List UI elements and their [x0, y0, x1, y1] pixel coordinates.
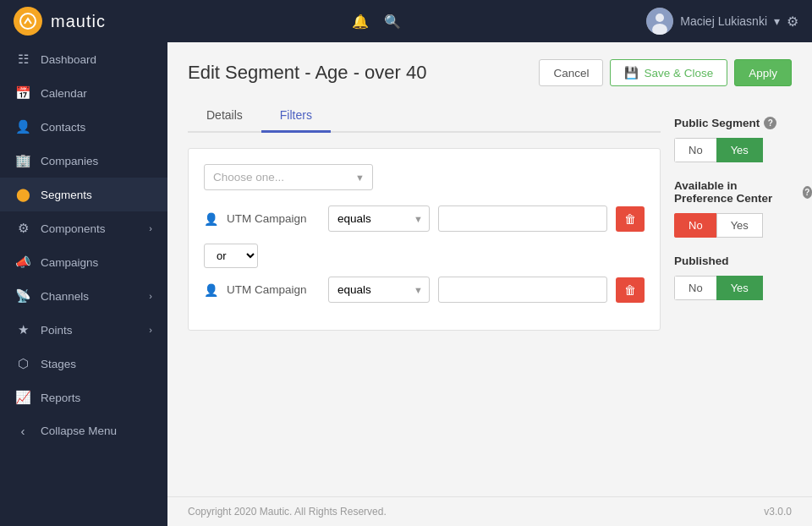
sidebar-label: Calendar [41, 87, 152, 100]
sidebar-label: Channels [41, 290, 139, 303]
choose-one-select[interactable]: Choose one... [204, 164, 373, 190]
svg-point-2 [656, 14, 664, 22]
connector-row: or and [204, 244, 645, 268]
avatar [646, 8, 673, 35]
top-icons: 🔔 🔍 [352, 14, 401, 30]
preference-center-no-button[interactable]: No [674, 213, 716, 238]
sidebar-item-components[interactable]: ⚙ Components › [0, 211, 167, 245]
main-content-row: Details Filters Choose one... [188, 100, 792, 334]
filter-operator-select-1[interactable]: equals not equal to like not like [328, 205, 430, 232]
companies-icon: 🏢 [15, 153, 30, 168]
sidebar-item-points[interactable]: ★ Points › [0, 313, 167, 347]
logo-icon [14, 7, 42, 36]
public-segment-yes-button[interactable]: Yes [716, 138, 763, 162]
sidebar-label: Campaigns [41, 256, 152, 269]
page-title: Edit Segment - Age - over 40 [188, 62, 427, 84]
sidebar-item-reports[interactable]: 📈 Reports [0, 381, 167, 414]
published-section: Published No Yes [674, 255, 812, 300]
logo-text: mautic [51, 12, 106, 31]
sidebar-label: Contacts [41, 121, 152, 134]
preference-center-section: Available in Preference Center ? No Yes [674, 179, 812, 238]
main-area: ☷ Dashboard 📅 Calendar 👤 Contacts 🏢 Comp… [0, 42, 812, 526]
version-text: v3.0.0 [764, 506, 792, 518]
published-no-button[interactable]: No [674, 276, 716, 300]
user-name: Maciej Lukiasnki [680, 14, 767, 28]
content-area: Edit Segment - Age - over 40 Cancel 💾 Sa… [167, 42, 812, 526]
tab-filters[interactable]: Filters [261, 100, 331, 133]
filter-operator-select-2[interactable]: equals not equal to like not like [328, 277, 430, 303]
sidebar-item-segments[interactable]: ⬤ Segments [0, 178, 167, 211]
filter-field-label-1: UTM Campaign [227, 212, 320, 225]
published-yes-button[interactable]: Yes [716, 276, 763, 300]
tab-details[interactable]: Details [188, 100, 261, 133]
sidebar-label: Components [41, 222, 139, 235]
sidebar-item-campaigns[interactable]: 📣 Campaigns [0, 245, 167, 279]
sidebar-label: Segments [41, 189, 152, 201]
header-actions: Cancel 💾 Save & Close Apply [539, 59, 792, 86]
preference-center-help-icon[interactable]: ? [803, 186, 812, 199]
preference-center-toggle: No Yes [674, 213, 812, 238]
sidebar-label: Stages [41, 358, 152, 370]
sidebar-item-collapse[interactable]: ‹ Collapse Menu [0, 414, 167, 447]
sidebar-item-channels[interactable]: 📡 Channels › [0, 279, 167, 313]
arrow-icon: › [149, 291, 152, 301]
sidebar-label: Dashboard [41, 53, 152, 66]
filter-delete-button-1[interactable]: 🗑 [616, 206, 645, 232]
user-dropdown-arrow: ▾ [774, 14, 780, 28]
sidebar-label: Reports [41, 392, 152, 404]
filter-row-1: 👤 UTM Campaign equals not equal to like … [204, 205, 645, 232]
points-icon: ★ [15, 322, 30, 337]
dashboard-icon: ☷ [15, 52, 30, 67]
campaigns-icon: 📣 [15, 255, 30, 270]
preference-center-title: Available in Preference Center ? [674, 179, 812, 205]
channels-icon: 📡 [15, 288, 30, 304]
sidebar-label: Companies [41, 155, 152, 167]
public-segment-section: Public Segment ? No Yes [674, 117, 812, 162]
preference-center-yes-button[interactable]: Yes [716, 213, 763, 238]
filter-field-icon-1: 👤 [204, 212, 218, 226]
filter-row-2: 👤 UTM Campaign equals not equal to like … [204, 277, 645, 303]
components-icon: ⚙ [15, 221, 30, 236]
sidebar-item-stages[interactable]: ⬡ Stages [0, 347, 167, 381]
sidebar-item-calendar[interactable]: 📅 Calendar [0, 76, 167, 110]
segments-icon: ⬤ [15, 187, 30, 202]
apply-button[interactable]: Apply [734, 59, 792, 86]
public-segment-help-icon[interactable]: ? [764, 117, 776, 129]
published-title: Published [674, 255, 812, 267]
public-segment-title: Public Segment ? [674, 117, 812, 129]
public-segment-no-button[interactable]: No [674, 138, 716, 162]
published-toggle: No Yes [674, 276, 812, 300]
sidebar-label: Points [41, 324, 139, 337]
choose-one-row: Choose one... [204, 164, 645, 190]
filter-field-label-2: UTM Campaign [227, 283, 320, 296]
calendar-icon: 📅 [15, 85, 30, 101]
filter-value-input-2[interactable]: ga_run_forever [438, 277, 607, 303]
filter-panel: Choose one... 👤 UTM Campaign [188, 148, 661, 331]
filter-value-input-1[interactable]: fb_active_woman [438, 205, 607, 232]
search-icon[interactable]: 🔍 [384, 14, 401, 30]
connector-select[interactable]: or and [204, 244, 258, 268]
sidebar-item-contacts[interactable]: 👤 Contacts [0, 110, 167, 144]
public-segment-toggle: No Yes [674, 138, 812, 162]
filter-delete-button-2[interactable]: 🗑 [616, 277, 645, 303]
logo-area: mautic [14, 7, 106, 36]
settings-icon[interactable]: ⚙ [787, 14, 798, 30]
save-icon: 💾 [624, 66, 639, 79]
sidebar-item-dashboard[interactable]: ☷ Dashboard [0, 42, 167, 76]
tabs: Details Filters [188, 100, 661, 133]
svg-point-0 [20, 14, 36, 29]
sidebar-item-companies[interactable]: 🏢 Companies [0, 144, 167, 178]
content-footer: Copyright 2020 Mautic. All Rights Reserv… [167, 496, 812, 526]
cancel-button[interactable]: Cancel [539, 59, 603, 86]
stages-icon: ⬡ [15, 356, 30, 371]
filter-field-icon-2: 👤 [204, 283, 218, 297]
save-close-button[interactable]: 💾 Save & Close [610, 59, 727, 86]
page-header: Edit Segment - Age - over 40 Cancel 💾 Sa… [188, 59, 792, 86]
copyright-text: Copyright 2020 Mautic. All Rights Reserv… [188, 506, 387, 518]
right-panel: Public Segment ? No Yes Available in [661, 100, 812, 334]
notification-icon[interactable]: 🔔 [352, 14, 369, 30]
top-bar: mautic 🔔 🔍 Maciej Lukiasnki ▾ ⚙ [0, 0, 812, 42]
sidebar-label: Collapse Menu [41, 425, 152, 437]
arrow-icon: › [149, 325, 152, 335]
user-area[interactable]: Maciej Lukiasnki ▾ ⚙ [646, 8, 798, 35]
